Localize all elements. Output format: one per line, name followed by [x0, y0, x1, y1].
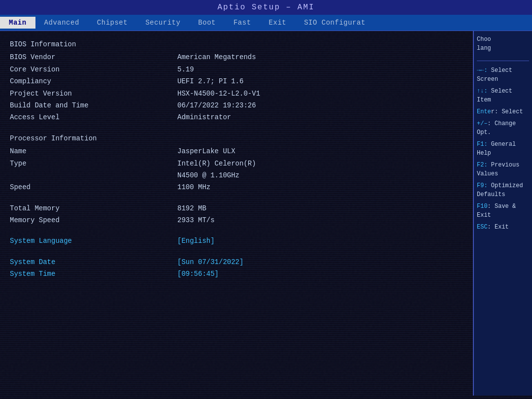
system-language-section: System Language [English]: [10, 235, 463, 246]
nav-item-main[interactable]: Main: [0, 17, 35, 29]
sidebar-divider-top: [477, 61, 529, 61]
memory-speed-value: 2933 MT/s: [177, 215, 215, 226]
total-memory-value: 8192 MB: [177, 203, 206, 214]
system-time-label: System Time: [10, 268, 177, 279]
bios-vendor-label: BIOS Vendor: [10, 52, 177, 63]
system-date-row[interactable]: System Date [Sun 07/31/2022]: [10, 257, 463, 267]
project-version-value: HSX-N4500-12-L2.0-V1: [177, 88, 260, 99]
total-memory-label: Total Memory: [10, 203, 177, 214]
total-memory-row: Total Memory 8192 MB: [10, 203, 463, 214]
system-date-label: System Date: [10, 257, 177, 267]
system-language-value[interactable]: [English]: [177, 235, 215, 246]
build-date-value: 06/17/2022 19:23:26: [177, 100, 256, 111]
sidebar-help-f9: F9: Optimized Defaults: [477, 181, 529, 199]
processor-type2-value: N4500 @ 1.10GHz: [177, 170, 239, 181]
processor-speed-label: Speed: [10, 182, 177, 193]
content-area: BIOS Information BIOS Vendor American Me…: [0, 31, 473, 396]
processor-type2-label: [10, 170, 177, 181]
nav-item-exit[interactable]: Exit: [260, 17, 296, 29]
main-content: BIOS Information BIOS Vendor American Me…: [0, 31, 532, 396]
nav-item-advanced[interactable]: Advanced: [35, 17, 88, 29]
system-date-value[interactable]: [Sun 07/31/2022]: [177, 257, 243, 267]
processor-name-row: Name JasperLake ULX: [10, 146, 463, 157]
right-sidebar: Choo lang →←: Select Screen ↑↓: Select I…: [473, 31, 532, 396]
system-datetime-section: System Date [Sun 07/31/2022] System Time…: [10, 257, 463, 280]
memory-speed-row: Memory Speed 2933 MT/s: [10, 215, 463, 226]
processor-name-label: Name: [10, 146, 177, 157]
processor-type2-row: N4500 @ 1.10GHz: [10, 170, 463, 181]
nav-item-chipset[interactable]: Chipset: [88, 17, 136, 29]
access-level-row: Access Level Administrator: [10, 112, 463, 123]
project-version-row: Project Version HSX-N4500-12-L2.0-V1: [10, 88, 463, 99]
sidebar-help-enter: Enter: Select: [477, 107, 529, 116]
nav-bar: Main Advanced Chipset Security Boot Fast…: [0, 15, 532, 31]
build-date-row: Build Date and Time 06/17/2022 19:23:26: [10, 100, 463, 111]
core-version-value: 5.19: [177, 64, 194, 75]
bios-info-header: BIOS Information: [10, 39, 463, 50]
system-time-value[interactable]: [09:56:45]: [177, 268, 219, 279]
bios-info-section: BIOS Information BIOS Vendor American Me…: [10, 39, 463, 123]
sidebar-help-esc: ESC: Exit: [477, 223, 529, 232]
processor-info-section: Processor Information Name JasperLake UL…: [10, 133, 463, 193]
system-time-row[interactable]: System Time [09:56:45]: [10, 268, 463, 279]
memory-speed-label: Memory Speed: [10, 215, 177, 226]
sidebar-help-select-item: ↑↓: Select Item: [477, 87, 529, 104]
core-version-row: Core Version 5.19: [10, 64, 463, 75]
sidebar-help-f10: F10: Save & Exit: [477, 202, 529, 220]
title-bar: Aptio Setup – AMI: [0, 0, 532, 15]
project-version-label: Project Version: [10, 88, 177, 99]
processor-info-header: Processor Information: [10, 133, 463, 144]
system-language-label: System Language: [10, 235, 177, 246]
compliancy-value: UEFI 2.7; PI 1.6: [177, 76, 243, 87]
system-language-row[interactable]: System Language [English]: [10, 235, 463, 246]
sidebar-help-change: +/–: Change Opt.: [477, 119, 529, 137]
build-date-label: Build Date and Time: [10, 100, 177, 111]
processor-type-value: Intel(R) Celeron(R): [177, 158, 256, 169]
access-level-label: Access Level: [10, 112, 177, 123]
access-level-value: Administrator: [177, 112, 231, 123]
compliancy-row: Compliancy UEFI 2.7; PI 1.6: [10, 76, 463, 87]
nav-item-boot[interactable]: Boot: [189, 17, 225, 29]
memory-info-section: Total Memory 8192 MB Memory Speed 2933 M…: [10, 203, 463, 226]
sidebar-help-f2: F2: Previous Values: [477, 161, 529, 178]
nav-item-sio[interactable]: SIO Configurat: [295, 17, 374, 29]
nav-item-fast[interactable]: Fast: [225, 17, 260, 29]
bios-vendor-row: BIOS Vendor American Megatrends: [10, 52, 463, 63]
processor-type-label: Type: [10, 158, 177, 169]
sidebar-help-select-screen: →←: Select Screen: [477, 66, 529, 84]
processor-speed-value: 1100 MHz: [177, 182, 210, 193]
sidebar-choose-text: Choo lang: [477, 35, 529, 53]
processor-speed-row: Speed 1100 MHz: [10, 182, 463, 193]
processor-type-row: Type Intel(R) Celeron(R): [10, 158, 463, 169]
nav-item-security[interactable]: Security: [136, 17, 189, 29]
compliancy-label: Compliancy: [10, 76, 177, 87]
processor-name-value: JasperLake ULX: [177, 146, 235, 157]
core-version-label: Core Version: [10, 64, 177, 75]
app-title: Aptio Setup – AMI: [217, 3, 314, 12]
bios-vendor-value: American Megatrends: [177, 52, 256, 63]
sidebar-help-f1: F1: General Help: [477, 140, 529, 158]
